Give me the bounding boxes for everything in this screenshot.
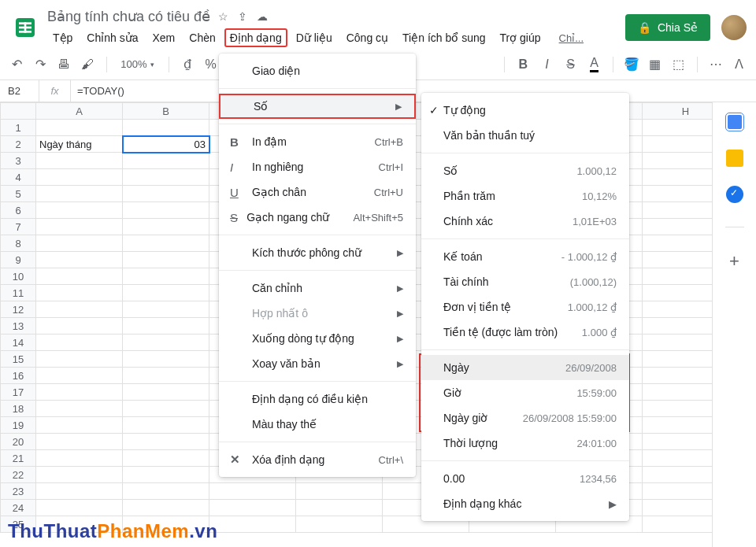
cell-H25[interactable] [643,516,713,533]
format-số[interactable]: Số▶ [219,94,416,119]
menu-chèn[interactable]: Chèn [183,28,220,47]
cell-A7[interactable] [36,219,123,235]
number-format-th-i-l-ng[interactable]: Thời lượng24:01:00 [421,431,629,456]
cell-A15[interactable] [36,351,123,368]
cell-H18[interactable] [643,401,713,417]
number-format-ng-y-gi-[interactable]: Ngày giờ26/09/2008 15:59:00 [421,405,629,431]
cell-H6[interactable] [643,202,713,219]
cell-B5[interactable] [123,186,209,202]
cell-B23[interactable] [123,483,209,500]
cell-H24[interactable] [643,500,713,516]
cell-H17[interactable] [643,384,713,401]
cell-A2[interactable]: Ngày tháng [36,136,123,153]
format-xóa-định-dạng[interactable]: ✕Xóa định dạngCtrl+\ [219,447,416,472]
number-format-gi-[interactable]: Giờ15:59:00 [421,380,629,405]
format-currency-button[interactable]: ₫ [178,54,195,75]
cell-H15[interactable] [643,351,713,368]
format-xuống-dòng-tự-động[interactable]: Xuống dòng tự động▶ [219,326,416,351]
cell-B8[interactable] [123,235,209,252]
cell-D25[interactable] [296,516,383,533]
merge-button[interactable]: ⬚ [670,54,687,75]
cell-H13[interactable] [643,318,713,334]
cell-B16[interactable] [123,368,209,384]
bold-button[interactable]: B [514,54,532,75]
more-toolbar-button[interactable]: ⋯ [707,54,724,75]
cell-A11[interactable] [36,285,123,301]
number-format-ph-n-tr-m[interactable]: Phần trăm10,12% [421,183,629,209]
zoom-dropdown[interactable]: 100% ▾ [116,58,158,70]
format-định-dạng-có-điều-kiện[interactable]: Định dạng có điều kiện [219,386,416,412]
cell-H2[interactable] [643,136,713,153]
cell-B2[interactable]: 03 [123,136,209,153]
cell-H7[interactable] [643,219,713,235]
number-format-t-i-ch-nh[interactable]: Tài chính(1.000,12) [421,269,629,294]
cell-B11[interactable] [123,285,209,301]
italic-button[interactable]: I [538,54,555,75]
app-logo[interactable] [9,12,41,43]
cloud-icon[interactable]: ☁ [257,10,268,23]
cell-H10[interactable] [643,268,713,285]
cell-D23[interactable] [296,483,383,500]
cell-A6[interactable] [36,202,123,219]
cell-H8[interactable] [643,235,713,252]
cell-A10[interactable] [36,268,123,285]
number-format-s-[interactable]: Số1.000,12 [421,158,629,183]
cell-H23[interactable] [643,483,713,500]
cell-B7[interactable] [123,219,209,235]
cell-H11[interactable] [643,285,713,301]
cell-B14[interactable] [123,334,209,351]
cell-A23[interactable] [36,483,123,500]
menu-xem[interactable]: Xem [147,28,181,47]
cell-B10[interactable] [123,268,209,285]
number-format-v-n-b-n-thu-n-tu-[interactable]: Văn bản thuần tuý [421,123,629,148]
cell-H3[interactable] [643,153,713,169]
cell-A21[interactable] [36,450,123,467]
cell-A24[interactable] [36,500,123,516]
menu-chỉnh-sửa[interactable]: Chỉnh sửa [81,28,143,47]
last-edit-link[interactable]: Chỉ... [559,32,584,44]
strikethrough-button[interactable]: S [561,54,579,75]
cell-A17[interactable] [36,384,123,401]
cell-H12[interactable] [643,301,713,318]
calendar-icon[interactable] [726,113,743,131]
move-icon[interactable]: ⇪ [238,10,247,23]
number-format-t-ng[interactable]: ✓Tự động [421,98,629,123]
cell-B9[interactable] [123,252,209,268]
number-format-ti-n-t-c-l-m-tr-n-[interactable]: Tiền tệ (được làm tròn)1.000 ₫ [421,320,629,345]
fill-color-button[interactable]: 🪣 [623,54,640,75]
cell-B12[interactable] [123,301,209,318]
number-format--n-v-ti-n-t-[interactable]: Đơn vị tiền tệ1.000,12 ₫ [421,294,629,320]
cell-A1[interactable] [36,120,123,136]
cell-H19[interactable] [643,417,713,434]
cell-B18[interactable] [123,401,209,417]
format-in-đậm[interactable]: BIn đậmCtrl+B [219,129,416,154]
number-format--nh-d-ng-kh-c[interactable]: Định dạng khác▶ [421,491,629,516]
doc-title[interactable]: Bảng tính chưa có tiêu đề [47,8,210,25]
menu-tiện-ích-bổ-sung[interactable]: Tiện ích bổ sung [397,28,491,47]
format-kích-thước-phông-chữ[interactable]: Kích thước phông chữ▶ [219,240,416,265]
cell-B13[interactable] [123,318,209,334]
cell-A9[interactable] [36,252,123,268]
cell-A4[interactable] [36,169,123,186]
format-căn-chỉnh[interactable]: Căn chỉnh▶ [219,275,416,301]
paint-format-button[interactable]: 🖌 [79,54,96,75]
cell-B19[interactable] [123,417,209,434]
cell-B3[interactable] [123,153,209,169]
cell-A13[interactable] [36,318,123,334]
menu-công-cụ[interactable]: Công cụ [341,28,394,47]
cell-H21[interactable] [643,450,713,467]
cell-H20[interactable] [643,434,713,450]
number-format-0-00[interactable]: 0.001234,56 [421,466,629,491]
format-màu-thay-thế[interactable]: Màu thay thế [219,412,416,437]
tasks-icon[interactable] [726,186,743,203]
add-addon-button[interactable]: + [729,251,739,272]
cell-B17[interactable] [123,384,209,401]
cell-B6[interactable] [123,202,209,219]
collapse-toolbar-button[interactable]: ᐱ [731,54,748,75]
name-box[interactable]: B2 [0,80,39,102]
cell-H14[interactable] [643,334,713,351]
keep-icon[interactable] [726,150,743,167]
number-format-ch-nh-x-c[interactable]: Chính xác1,01E+03 [421,209,629,234]
menu-trợ-giúp[interactable]: Trợ giúp [495,28,547,47]
format-xoay-văn-bản[interactable]: Xoay văn bản▶ [219,351,416,376]
